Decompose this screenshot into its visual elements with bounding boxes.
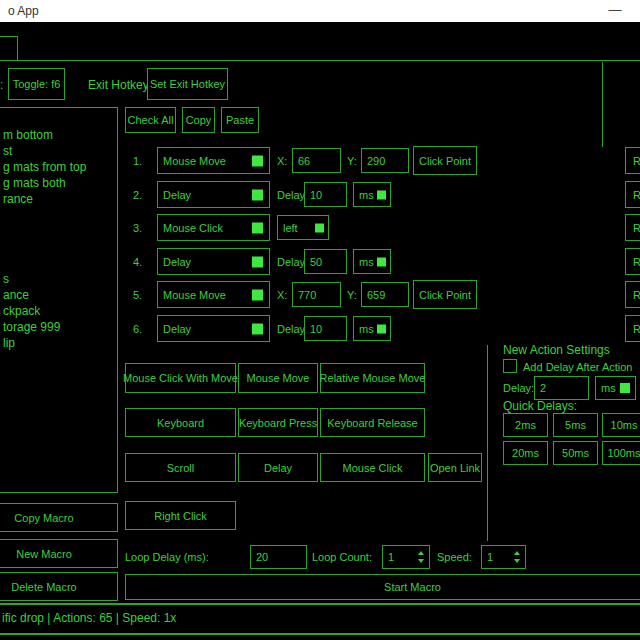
macro-listbox[interactable]: m bottom st g mats from top g mats both … [0, 107, 118, 493]
list-item[interactable]: s [0, 271, 117, 287]
panel-edge-line [602, 62, 603, 147]
list-item[interactable] [0, 111, 117, 127]
new-macro-button[interactable]: New Macro [0, 539, 118, 568]
quick-delay-50ms-button[interactable]: 50ms [553, 441, 598, 465]
speed-value: 1 [487, 546, 493, 568]
remove-action-button[interactable]: R [625, 214, 640, 241]
add-keyboard-button[interactable]: Keyboard [125, 408, 236, 437]
quick-delay-5ms-button[interactable]: 5ms [553, 413, 598, 437]
remove-action-button[interactable]: R [625, 315, 640, 342]
action-type-dropdown[interactable]: Mouse Move [157, 281, 270, 308]
loop-delay-input[interactable]: 20 [250, 545, 307, 569]
delay-unit-value: ms [359, 317, 374, 340]
dropdown-indicator-icon [252, 222, 263, 233]
delay-input[interactable]: 10 [304, 316, 347, 341]
add-delay-button[interactable]: Delay [238, 453, 318, 482]
exit-hotkey-label: Exit Hotkey: [88, 78, 152, 92]
list-item[interactable]: ance [0, 287, 117, 303]
stepper-up-icon[interactable] [514, 551, 520, 555]
add-scroll-button[interactable]: Scroll [125, 453, 236, 482]
list-item[interactable]: ckpack [0, 303, 117, 319]
loop-count-value: 1 [388, 546, 394, 568]
list-item[interactable]: st [0, 143, 117, 159]
add-keyboard-press-button[interactable]: Keyboard Press [238, 408, 318, 437]
x-input[interactable]: 66 [292, 148, 341, 173]
start-macro-button[interactable]: Start Macro [125, 574, 640, 600]
action-type-dropdown[interactable]: Delay [157, 181, 270, 208]
copy-macro-button[interactable]: Copy Macro [0, 503, 118, 532]
dropdown-indicator-icon [252, 189, 263, 200]
list-item[interactable] [0, 207, 117, 223]
remove-action-button[interactable]: R [625, 147, 640, 174]
stepper-up-icon[interactable] [418, 551, 424, 555]
stepper-down-icon[interactable] [514, 559, 520, 563]
delay-unit-dropdown[interactable]: ms [353, 249, 391, 274]
dropdown-indicator-icon [377, 257, 386, 266]
x-label: X: [277, 289, 287, 301]
list-item[interactable]: lip [0, 335, 117, 351]
list-item[interactable] [0, 223, 117, 239]
minimize-button[interactable]: — [598, 0, 632, 22]
list-item[interactable]: torage 999 [0, 319, 117, 335]
loop-count-stepper[interactable]: 1 [382, 545, 430, 569]
action-type-value: Delay [163, 249, 191, 274]
list-item[interactable]: rance [0, 191, 117, 207]
action-type-value: Mouse Click [163, 215, 223, 240]
check-all-button[interactable]: Check All [125, 107, 176, 133]
remove-action-button[interactable]: R [625, 181, 640, 208]
delay-input[interactable]: 10 [304, 182, 347, 207]
quick-delay-20ms-button[interactable]: 20ms [503, 441, 548, 465]
action-row-number: 1. [133, 155, 142, 167]
action-type-dropdown[interactable]: Mouse Move [157, 147, 270, 174]
toggle-hotkey-button[interactable]: Toggle: f6 [8, 68, 65, 100]
add-mouse-move-button[interactable]: Mouse Move [238, 363, 318, 393]
y-label: Y: [347, 289, 357, 301]
tabstrip-divider [0, 60, 640, 61]
add-delay-after-action-label: Add Delay After Action [523, 361, 632, 373]
click-point-button[interactable]: Click Point [413, 280, 477, 309]
set-exit-hotkey-button[interactable]: Set Exit Hotkey [147, 68, 228, 100]
stepper-down-icon[interactable] [418, 559, 424, 563]
quick-delay-2ms-button[interactable]: 2ms [503, 413, 548, 437]
list-item[interactable]: g mats from top [0, 159, 117, 175]
titlebar: o App — [0, 0, 640, 22]
add-keyboard-release-button[interactable]: Keyboard Release [320, 408, 425, 437]
add-right-click-button[interactable]: Right Click [125, 501, 236, 530]
mouse-button-dropdown[interactable]: left [277, 215, 329, 240]
list-item[interactable]: g mats both [0, 175, 117, 191]
x-input[interactable]: 770 [292, 282, 341, 307]
add-mouse-click-button[interactable]: Mouse Click [320, 453, 425, 482]
quick-delay-100ms-button[interactable]: 100ms [602, 441, 640, 465]
settings-delay-unit-dropdown[interactable]: ms [595, 376, 636, 400]
mouse-button-value: left [283, 216, 298, 239]
dropdown-indicator-icon [620, 383, 630, 393]
action-type-dropdown[interactable]: Delay [157, 248, 270, 275]
y-input[interactable]: 659 [361, 282, 409, 307]
add-delay-after-action-checkbox[interactable] [503, 359, 517, 373]
list-item[interactable] [0, 239, 117, 255]
action-type-dropdown[interactable]: Mouse Click [157, 214, 270, 241]
loop-delay-label: Loop Delay (ms): [125, 551, 209, 563]
quick-delays-label: Quick Delays: [503, 399, 577, 413]
copy-button[interactable]: Copy [182, 107, 215, 133]
remove-action-button[interactable]: R [625, 248, 640, 275]
delete-macro-button[interactable]: Delete Macro [0, 572, 118, 601]
click-point-button[interactable]: Click Point [413, 146, 477, 175]
speed-stepper[interactable]: 1 [481, 545, 526, 569]
action-type-dropdown[interactable]: Delay [157, 315, 270, 342]
paste-button[interactable]: Paste [221, 107, 259, 133]
list-item[interactable] [0, 255, 117, 271]
add-relative-mouse-move-button[interactable]: Relative Mouse Move [320, 363, 425, 393]
action-type-value: Delay [163, 316, 191, 341]
tab-settings[interactable]: gs [0, 36, 18, 61]
settings-delay-input[interactable]: 2 [534, 376, 589, 400]
delay-input[interactable]: 50 [304, 249, 347, 274]
y-input[interactable]: 290 [361, 148, 409, 173]
delay-unit-dropdown[interactable]: ms [353, 316, 391, 341]
quick-delay-10ms-button[interactable]: 10ms [602, 413, 640, 437]
remove-action-button[interactable]: R [625, 281, 640, 308]
list-item[interactable]: m bottom [0, 127, 117, 143]
delay-unit-dropdown[interactable]: ms [353, 182, 391, 207]
add-open-link-button[interactable]: Open Link [428, 453, 482, 482]
add-mouse-click-with-move-button[interactable]: Mouse Click With Move [125, 363, 236, 393]
